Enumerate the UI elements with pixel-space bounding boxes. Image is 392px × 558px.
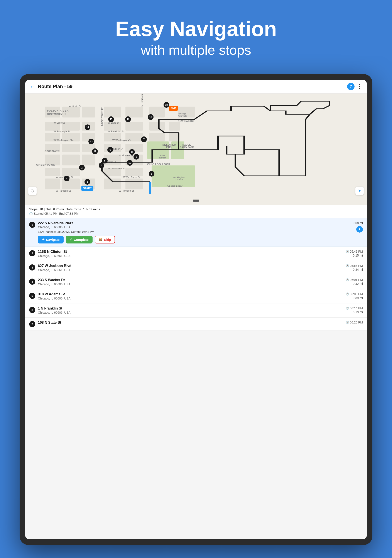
stop-item-2: 2 115S N Clinton St Chicago, IL 60661, U…	[25, 247, 367, 261]
help-button[interactable]: ?	[347, 83, 355, 90]
stop-3-badge: 3	[29, 264, 35, 270]
map-stop-12: 12	[92, 148, 98, 154]
stop-2-badge: 2	[29, 250, 35, 256]
map-stop-2: 2	[79, 165, 85, 170]
start-marker: START	[81, 186, 93, 191]
map-stop-6: 6	[107, 147, 113, 153]
map-stop-11: 11	[129, 149, 135, 155]
stop-3-address: Chicago, IL 60661, USA	[38, 268, 343, 272]
route-started: 🕐 Started 05:41 PM, End 07:38 PM	[29, 212, 363, 215]
header-title: Route Plan - 59	[38, 84, 347, 89]
map-stop-18: 18	[163, 102, 169, 108]
stop-3-content: 627 W Jackson Blvd Chicago, IL 60661, US…	[38, 264, 343, 272]
map-stop-10: 10	[127, 160, 133, 166]
stop-6-meta: 🕐 06:14 PM 0.19 mi	[346, 306, 363, 314]
stop-1-actions: ✈ Navigate ✓ Complete 📦 Skip	[38, 236, 350, 244]
stop-1-address: Chicago, IL 60606, USA	[38, 225, 350, 229]
stop-1-eta: ETA: Planned: 08:02 AM / Current: 05:43 …	[38, 230, 350, 234]
stop-5-distance: 0.39 mi	[346, 296, 363, 300]
map-stop-16: 16	[125, 116, 131, 122]
stop-1-badge: 1	[29, 222, 35, 228]
menu-button[interactable]: ⋮	[357, 83, 362, 90]
screen-header: ← Route Plan - 59 ? ⋮	[25, 80, 367, 94]
device-screen: ← Route Plan - 59 ? ⋮	[25, 80, 367, 539]
stop-1-info-button[interactable]: i	[356, 226, 363, 233]
route-info-panel: Stops: 18 | Dist. 6.76 mi | Total Time: …	[25, 205, 367, 218]
hero-subtitle: with multiple stops	[0, 42, 392, 58]
stop-3-meta: 🕐 05:55 PM 0.34 mi	[346, 264, 363, 271]
map-location-button[interactable]: ➤	[355, 187, 364, 195]
hero-title: Easy Navigation	[0, 17, 392, 41]
map-stop-1: 1	[85, 179, 90, 185]
stop-item-3: 3 627 W Jackson Blvd Chicago, IL 60661, …	[25, 261, 367, 275]
stop-4-badge: 4	[29, 279, 35, 285]
map-stop-13: 13	[88, 139, 94, 144]
stop-item-7: 7 108 N State St 🕐 06:20 PM	[25, 318, 367, 331]
navigate-button[interactable]: ✈ Navigate	[38, 236, 64, 244]
stop-1-meta: 0.58 mi i	[353, 221, 363, 233]
stop-7-content: 108 N State St	[38, 321, 343, 324]
map-stop-3: 3	[64, 176, 69, 181]
stop-2-name: 115S N Clinton St	[38, 250, 343, 254]
stop-item-1: 1 222 S Riverside Plaza Chicago, IL 6060…	[25, 218, 367, 247]
map-stop-4: 4	[99, 163, 104, 168]
stop-2-address: Chicago, IL 60661, USA	[38, 254, 343, 258]
stop-item-5: 5 318 W Adams St Chicago, IL 60606, USA …	[25, 289, 367, 303]
end-marker: END	[169, 106, 178, 111]
stop-2-distance: 0.15 mi	[346, 254, 363, 257]
stop-6-address: Chicago, IL 60606, USA	[38, 311, 343, 314]
device-frame: ← Route Plan - 59 ? ⋮	[20, 74, 372, 545]
stop-4-name: 233 S Wacker Dr	[38, 278, 343, 282]
stop-7-meta: 🕐 06:20 PM	[346, 321, 363, 324]
stop-item-6: 6 1 N Franklin St Chicago, IL 60606, USA…	[25, 303, 367, 318]
stop-1-content: 222 S Riverside Plaza Chicago, IL 60606,…	[38, 221, 350, 244]
stop-4-distance: 0.42 mi	[346, 282, 363, 286]
stop-4-address: Chicago, IL 60606, USA	[38, 282, 343, 286]
stop-4-content: 233 S Wacker Dr Chicago, IL 60606, USA	[38, 278, 343, 286]
map-stop-14: 14	[85, 124, 90, 130]
map-stop-17: 17	[148, 114, 153, 120]
complete-button[interactable]: ✓ Complete	[66, 236, 93, 244]
hero-section: Easy Navigation with multiple stops	[0, 0, 392, 58]
skip-button[interactable]: 📦 Skip	[95, 236, 115, 244]
route-svg	[25, 94, 367, 205]
stop-3-name: 627 W Jackson Blvd	[38, 264, 343, 268]
stop-6-name: 1 N Franklin St	[38, 306, 343, 310]
stop-3-distance: 0.34 mi	[346, 268, 363, 271]
back-button[interactable]: ←	[30, 83, 35, 90]
stop-6-content: 1 N Franklin St Chicago, IL 60606, USA	[38, 306, 343, 314]
stop-7-name: 108 N State St	[38, 321, 343, 324]
stop-5-content: 318 W Adams St Chicago, IL 60606, USA	[38, 292, 343, 300]
map-layer-button[interactable]: ⬡	[28, 187, 37, 195]
stop-7-badge: 7	[29, 321, 35, 327]
stop-1-name: 222 S Riverside Plaza	[38, 221, 350, 225]
stops-list[interactable]: 1 222 S Riverside Plaza Chicago, IL 6060…	[25, 218, 367, 539]
stop-1-distance: 0.58 mi	[353, 221, 363, 225]
map-stop-15: 15	[108, 116, 114, 122]
stop-item-4: 4 233 S Wacker Dr Chicago, IL 60606, USA…	[25, 275, 367, 289]
stop-2-content: 115S N Clinton St Chicago, IL 60661, USA	[38, 250, 343, 258]
stop-6-badge: 6	[29, 307, 35, 313]
stop-6-distance: 0.19 mi	[346, 310, 363, 314]
stop-2-meta: 🕐 05:49 PM 0.15 mi	[346, 250, 363, 257]
stop-4-meta: 🕐 06:01 PM 0.42 mi	[346, 278, 363, 286]
map-stop-8: 8	[149, 171, 154, 176]
stop-5-address: Chicago, IL 60606, USA	[38, 297, 343, 300]
stop-5-badge: 5	[29, 293, 35, 299]
stop-5-name: 318 W Adams St	[38, 292, 343, 296]
route-stats: Stops: 18 | Dist. 6.76 mi | Total Time: …	[29, 207, 363, 211]
map-stop-9: 9	[134, 154, 139, 160]
map-area[interactable]: W Kinzie St W Fulton St W Lake St W Lake…	[25, 94, 367, 205]
map-drag-handle[interactable]	[193, 199, 199, 202]
stop-5-meta: 🕐 06:08 PM 0.39 mi	[346, 292, 363, 300]
map-stop-5: 5	[102, 158, 108, 164]
map-stop-7: 7	[141, 136, 147, 142]
